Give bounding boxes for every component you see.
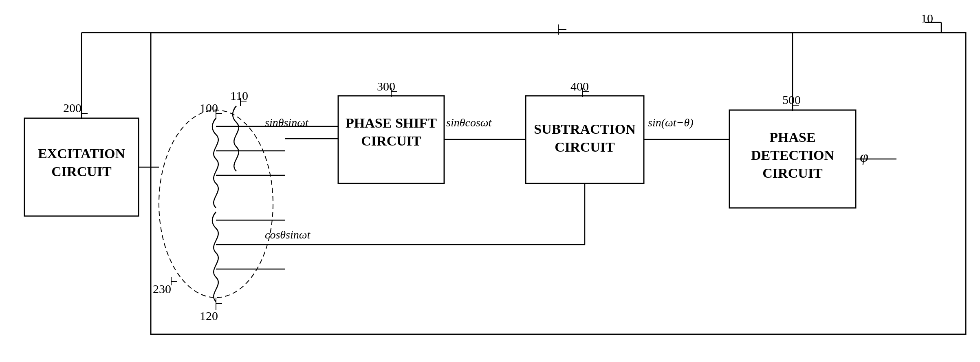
ref-400: 400	[570, 79, 589, 93]
excitation-circuit-label: EXCITATION CIRCUIT	[26, 145, 137, 181]
ref-110: 110	[230, 89, 248, 103]
sin-wt-theta-label: sin(ωt−θ)	[648, 116, 694, 129]
circuit-diagram: 10 EXCITATION CIRCUIT PHASE SHIFT CIRCUI…	[0, 0, 980, 362]
ref-230: 230	[153, 282, 171, 296]
phase-shift-label: PHASE SHIFT CIRCUIT	[340, 114, 442, 150]
ref-500: 500	[782, 93, 801, 107]
sin-theta-sin-wt-label: sinθsinωt	[265, 116, 308, 129]
ref-100: 100	[200, 101, 218, 115]
ref-120: 120	[200, 309, 218, 323]
ref-10: 10	[921, 11, 933, 25]
subtraction-label: SUBTRACTION CIRCUIT	[528, 120, 642, 156]
phi-label: φ	[860, 148, 868, 166]
sin-theta-cos-wt-label: sinθcosωt	[446, 116, 491, 129]
ref-300: 300	[377, 79, 395, 93]
phase-detection-label: PHASE DETECTION CIRCUIT	[731, 128, 854, 183]
cos-theta-sin-wt-label: cosθsinωt	[265, 228, 310, 241]
ref-200: 200	[63, 101, 81, 115]
